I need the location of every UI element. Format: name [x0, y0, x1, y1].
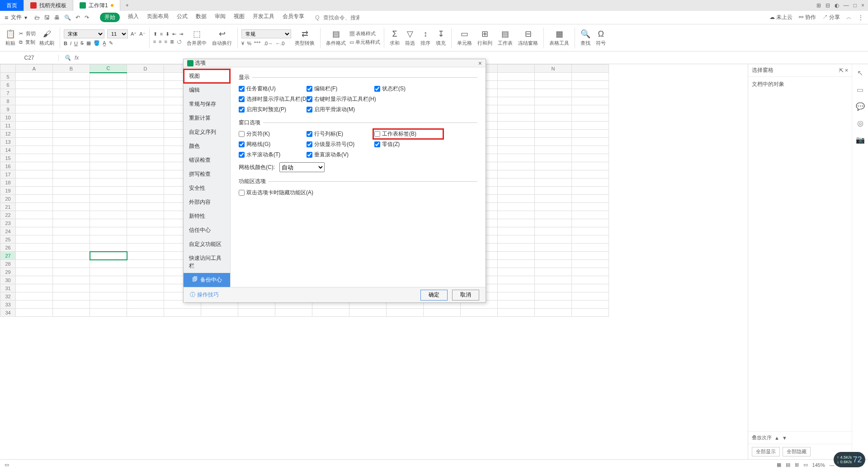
align-right-icon[interactable]: ≡ [165, 39, 167, 44]
copy-icon[interactable]: ⧉ [19, 39, 23, 45]
nav-color[interactable]: 颜色 [184, 139, 230, 153]
font-color-icon[interactable]: A̲ [103, 40, 106, 46]
font-size-select[interactable]: 11 [107, 29, 128, 38]
wrap-text[interactable]: ↩自动换行 [210, 29, 234, 47]
fill[interactable]: ↧填充 [434, 29, 448, 47]
dec-dec-icon[interactable]: ←.0 [275, 41, 284, 46]
send-backward-icon[interactable]: ▼ [782, 435, 787, 441]
nav-security[interactable]: 安全性 [184, 181, 230, 195]
nav-trust[interactable]: 信任中心 [184, 223, 230, 237]
table-tool[interactable]: ▦表格工具 [547, 29, 571, 47]
align-center-icon[interactable]: ≡ [159, 39, 161, 44]
nav-backup-center[interactable]: 🗐备份中心 [184, 273, 230, 287]
percent-icon[interactable]: % [247, 41, 251, 46]
ribbon-tab-member[interactable]: 会员专享 [283, 13, 304, 22]
opt-pagebreak[interactable]: 分页符(K) [239, 130, 302, 138]
bold-icon[interactable]: B [64, 41, 67, 46]
indent-dec-icon[interactable]: ⇤ [172, 31, 176, 37]
ok-button[interactable]: 确定 [420, 290, 448, 301]
phonetic-icon[interactable]: ✎ [109, 40, 113, 46]
find[interactable]: 🔍查找 [579, 29, 592, 47]
avatar-icon[interactable]: ◐ [835, 2, 839, 9]
ribbon-tab-dev[interactable]: 开发工具 [253, 13, 274, 22]
nav-edit[interactable]: 编辑 [184, 83, 230, 97]
qat-redo-icon[interactable]: ↷ [85, 14, 89, 21]
nav-customlist[interactable]: 自定义序列 [184, 125, 230, 139]
comma-icon[interactable]: ᵒᵒᵒ [254, 40, 261, 46]
opt-hscroll[interactable]: 水平滚动条(T) [239, 151, 302, 159]
cond-format[interactable]: ▤条件格式 [324, 29, 348, 47]
view-normal-icon[interactable]: ▦ [777, 462, 781, 468]
qat-preview-icon[interactable]: 🔍 [64, 14, 71, 21]
view-break-icon[interactable]: ⊞ [795, 462, 799, 468]
opt-dblclick-hide[interactable]: 双击选项卡时隐藏功能区(A) [239, 189, 477, 197]
qat-open-icon[interactable]: 🗁 [34, 14, 40, 21]
freeze[interactable]: ⊟冻结窗格 [516, 29, 540, 47]
qat-print-icon[interactable]: 🖶 [54, 14, 60, 21]
gridline-color-select[interactable]: 自动 [279, 162, 325, 172]
pane-close-icon[interactable]: × [845, 67, 848, 74]
opt-rowcolhdr[interactable]: 行号列标(E) [307, 130, 370, 138]
rowcol[interactable]: ⊞行和列 [476, 29, 494, 47]
paste-group[interactable]: 📋粘贴 [4, 29, 17, 47]
opt-sheettabs[interactable]: 工作表标签(B) [374, 130, 442, 138]
sheet[interactable]: ▤工作表 [496, 29, 514, 47]
ribbon-tab-formula[interactable]: 公式 [177, 13, 188, 22]
rail-select-icon[interactable]: ↖ [857, 69, 863, 77]
cell[interactable]: ▭单元格 [455, 29, 474, 47]
align-justify-icon[interactable]: ≣ [170, 39, 174, 45]
layout-icon[interactable]: ⊞ [816, 2, 821, 9]
opt-gridline[interactable]: 网格线(G) [239, 141, 302, 148]
opt-editbar[interactable]: 编辑栏(F) [307, 85, 370, 93]
merge-center[interactable]: ⬚合并居中 [185, 29, 208, 47]
opt-livepreview[interactable]: 启用实时预览(P) [239, 106, 302, 113]
type-convert[interactable]: ⇄类型转换 [293, 29, 316, 47]
tips-link[interactable]: ⓘ操作技巧 [190, 291, 219, 299]
opt-rclickfloat[interactable]: 右键时显示浮动工具栏(H) [307, 95, 370, 103]
currency-icon[interactable]: ¥ [241, 41, 244, 46]
italic-icon[interactable]: I [70, 41, 71, 46]
nav-customribbon[interactable]: 自定义功能区 [184, 237, 230, 251]
command-search-input[interactable] [323, 14, 359, 21]
cut-icon[interactable]: ✂ [19, 31, 23, 37]
opt-statusbar[interactable]: 状态栏(S) [374, 85, 438, 93]
opt-taskpane[interactable]: 任务窗格(U) [239, 85, 302, 93]
tab-doke[interactable]: 找稻壳模板 [24, 0, 73, 11]
nav-general[interactable]: 常规与保存 [184, 97, 230, 111]
cut-label[interactable]: 剪切 [26, 30, 36, 37]
collab-button[interactable]: ⚯ 协作 [799, 14, 816, 21]
align-bot-icon[interactable]: ⬇ [165, 31, 170, 37]
close-button[interactable]: × [861, 2, 864, 9]
hide-all-button[interactable]: 全部隐藏 [783, 447, 811, 456]
border-icon[interactable]: ▦ [86, 40, 91, 46]
ribbon-tab-data[interactable]: 数据 [196, 13, 207, 22]
rail-location-icon[interactable]: ◎ [857, 119, 863, 127]
opt-selfloat[interactable]: 选择时显示浮动工具栏(D) [239, 95, 302, 103]
nav-view[interactable]: 视图 [184, 69, 230, 83]
underline-icon[interactable]: U [74, 41, 78, 46]
more-icon[interactable]: ⋮ [858, 14, 863, 21]
command-search[interactable]: Q [315, 14, 359, 21]
tab-workbook1[interactable]: 工作簿1 [73, 0, 120, 11]
ribbon-collapse-icon[interactable]: ︿ [846, 14, 852, 21]
ribbon-tab-insert[interactable]: 插入 [128, 13, 139, 22]
dec-inc-icon[interactable]: .0→ [264, 41, 273, 46]
nav-qat[interactable]: 快速访问工具栏 [184, 251, 230, 273]
strike-icon[interactable]: S̶ [80, 40, 84, 46]
cancel-fx-icon[interactable]: 🔍 [64, 55, 71, 61]
tab-home[interactable]: 首页 [0, 0, 24, 11]
rail-camera-icon[interactable]: 📷 [856, 136, 865, 144]
file-menu[interactable]: 文件 [11, 14, 22, 21]
share-button[interactable]: ↗ 分享 [822, 14, 840, 21]
font-select[interactable]: 宋体 [64, 29, 104, 38]
fill-color-icon[interactable]: 🪣 [94, 40, 100, 46]
maximize-button[interactable]: □ [854, 2, 857, 9]
pane-pin-icon[interactable]: ⇱ [839, 67, 844, 74]
rail-style-icon[interactable]: ▭ [857, 85, 863, 94]
nav-external[interactable]: 外部内容 [184, 195, 230, 209]
nav-spellcheck[interactable]: 拼写检查 [184, 167, 230, 181]
name-box[interactable]: C27 [0, 55, 59, 61]
cancel-button[interactable]: 取消 [452, 290, 479, 301]
sum[interactable]: Σ求和 [388, 29, 401, 47]
status-sheet-icon[interactable]: ▭ [5, 462, 9, 468]
